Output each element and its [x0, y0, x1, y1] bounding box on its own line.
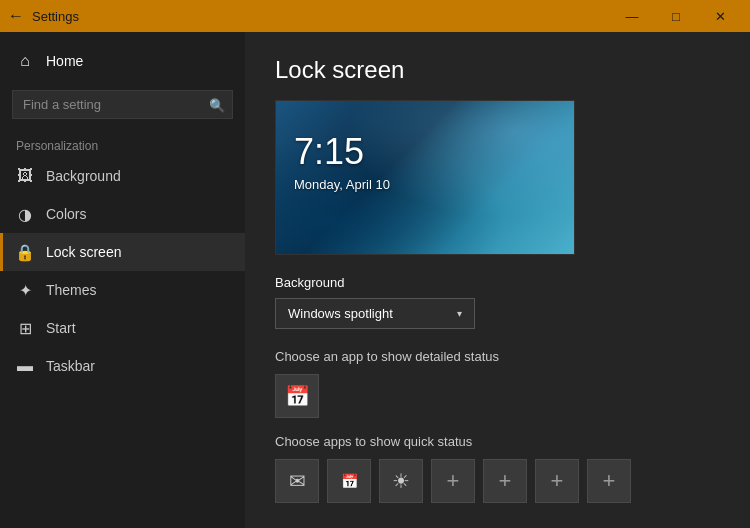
- sidebar-item-background[interactable]: 🖼 Background: [0, 157, 245, 195]
- section-label: Personalization: [0, 127, 245, 157]
- sidebar-item-start[interactable]: ⊞ Start: [0, 309, 245, 347]
- background-icon: 🖼: [16, 167, 34, 185]
- lock-screen-icon: 🔒: [16, 243, 34, 261]
- search-box: 🔍: [12, 90, 233, 119]
- calendar-app-button[interactable]: 📅: [327, 459, 371, 503]
- weather-app-button[interactable]: ☀: [379, 459, 423, 503]
- lock-screen-preview: 7:15 Monday, April 10: [275, 100, 575, 255]
- sidebar-item-colors[interactable]: ◑ Colors: [0, 195, 245, 233]
- plus-icon-3: +: [551, 468, 564, 494]
- add-app-button-3[interactable]: +: [535, 459, 579, 503]
- taskbar-icon: ▬: [16, 357, 34, 375]
- chevron-down-icon: ▾: [457, 308, 462, 319]
- lock-time: 7:15: [294, 131, 364, 173]
- content-area: Lock screen 7:15 Monday, April 10 Backgr…: [245, 32, 750, 528]
- quick-status-row: ✉ 📅 ☀ + + + +: [275, 459, 720, 503]
- sidebar-item-lock-screen[interactable]: 🔒 Lock screen: [0, 233, 245, 271]
- calendar-icon: 📅: [285, 384, 310, 408]
- plus-icon-4: +: [603, 468, 616, 494]
- app-body: ⌂ Home 🔍 Personalization 🖼 Background ◑ …: [0, 32, 750, 528]
- plus-icon-2: +: [499, 468, 512, 494]
- minimize-button[interactable]: —: [610, 0, 654, 32]
- titlebar: ← Settings — □ ✕: [0, 0, 750, 32]
- detailed-app-icon[interactable]: 📅: [275, 374, 319, 418]
- titlebar-left: ← Settings: [8, 7, 79, 25]
- mail-icon: ✉: [289, 469, 306, 493]
- calendar-quick-icon: 📅: [341, 473, 358, 489]
- sidebar-item-home[interactable]: ⌂ Home: [0, 40, 245, 82]
- add-app-button-4[interactable]: +: [587, 459, 631, 503]
- back-button[interactable]: ←: [8, 7, 24, 25]
- page-title: Lock screen: [275, 56, 720, 84]
- close-button[interactable]: ✕: [698, 0, 742, 32]
- search-icon: 🔍: [209, 97, 225, 112]
- quick-status-label: Choose apps to show quick status: [275, 434, 720, 449]
- maximize-button[interactable]: □: [654, 0, 698, 32]
- lock-date: Monday, April 10: [294, 177, 390, 192]
- detailed-status-section: Choose an app to show detailed status 📅: [275, 349, 720, 418]
- mail-app-button[interactable]: ✉: [275, 459, 319, 503]
- quick-status-section: Choose apps to show quick status ✉ 📅 ☀ +…: [275, 434, 720, 503]
- add-app-button-1[interactable]: +: [431, 459, 475, 503]
- colors-icon: ◑: [16, 205, 34, 223]
- sidebar-item-taskbar[interactable]: ▬ Taskbar: [0, 347, 245, 385]
- background-dropdown[interactable]: Windows spotlight ▾: [275, 298, 475, 329]
- search-input[interactable]: [12, 90, 233, 119]
- background-label: Background: [275, 275, 720, 290]
- sidebar: ⌂ Home 🔍 Personalization 🖼 Background ◑ …: [0, 32, 245, 528]
- add-app-button-2[interactable]: +: [483, 459, 527, 503]
- start-icon: ⊞: [16, 319, 34, 337]
- themes-icon: ✦: [16, 281, 34, 299]
- sidebar-item-themes[interactable]: ✦ Themes: [0, 271, 245, 309]
- background-value: Windows spotlight: [288, 306, 393, 321]
- home-icon: ⌂: [16, 52, 34, 70]
- plus-icon-1: +: [447, 468, 460, 494]
- titlebar-title: Settings: [32, 9, 79, 24]
- detailed-status-label: Choose an app to show detailed status: [275, 349, 720, 364]
- sun-icon: ☀: [392, 469, 410, 493]
- window-controls: — □ ✕: [610, 0, 742, 32]
